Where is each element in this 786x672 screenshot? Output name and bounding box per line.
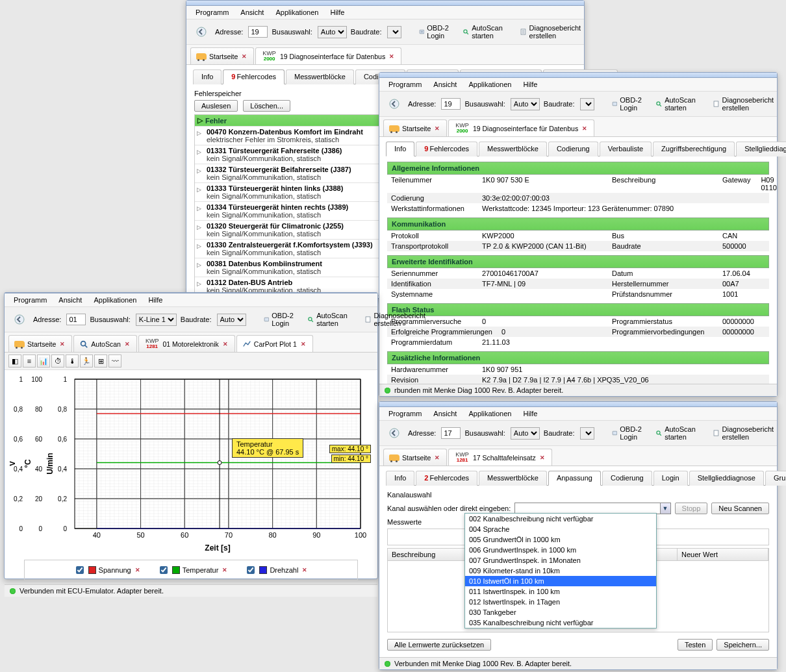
- speichern-button[interactable]: Speichern...: [716, 639, 769, 651]
- plot-tool-5[interactable]: 🌡: [66, 355, 79, 367]
- legend-temperatur[interactable]: Temperatur✕: [157, 564, 229, 576]
- doc-tab-startseite[interactable]: Startseite✕: [8, 335, 72, 352]
- doc-tab-diag[interactable]: KWP200019 Diagnoseinterface für Datenbus…: [448, 119, 594, 136]
- dropdown-option[interactable]: 012 IstwertInspek. in 1Tagen: [465, 597, 656, 607]
- close-icon[interactable]: ✕: [58, 340, 66, 348]
- tab-info[interactable]: Info: [193, 69, 222, 84]
- busauswahl-select[interactable]: Auto: [511, 98, 540, 110]
- menu-applikationen[interactable]: Applikationen: [463, 408, 516, 419]
- dropdown-option[interactable]: 007 GrundwertInspek. in 1Monaten: [465, 555, 656, 566]
- tab-messwertblocke[interactable]: Messwertblöcke: [479, 142, 547, 156]
- legend-checkbox[interactable]: [247, 566, 255, 574]
- dropdown-option[interactable]: 006 GrundwertInspek. in 1000 km: [465, 545, 656, 555]
- obd2-login-button[interactable]: OBD-2 Login: [259, 310, 299, 329]
- menu-ansicht[interactable]: Ansicht: [428, 79, 462, 90]
- back-button[interactable]: [385, 426, 404, 440]
- doc-tab-startseite[interactable]: Startseite ✕: [190, 47, 254, 64]
- tab-fehlercodes[interactable]: 9Fehlercodes: [416, 142, 477, 156]
- autoscan-button[interactable]: AutoScan starten: [651, 94, 704, 114]
- dropdown-option[interactable]: 030 Tankgeber: [465, 607, 656, 617]
- expand-icon[interactable]: ▷: [197, 243, 201, 249]
- loeschen-button[interactable]: Löschen...: [243, 100, 290, 112]
- tab-grundeinstellung[interactable]: Grundeinstellung: [765, 471, 786, 486]
- doc-tab-diag[interactable]: KWP2000 19 Diagnoseinterface für Datenbu…: [255, 47, 401, 64]
- menu-programm[interactable]: Programm: [383, 79, 427, 90]
- tab-info[interactable]: Info: [386, 142, 414, 156]
- plot-tool-4[interactable]: ⏱: [51, 355, 64, 367]
- tab-fehlercodes[interactable]: 2Fehlercodes: [416, 471, 477, 486]
- report-button[interactable]: Diagnosebericht erstellen: [515, 22, 589, 42]
- busauswahl-select[interactable]: Auto: [511, 427, 540, 440]
- adresse-input[interactable]: [441, 98, 461, 110]
- report-button[interactable]: Diagnosebericht erstellen: [708, 423, 782, 443]
- tab-messwertblocke[interactable]: Messwertblöcke: [479, 471, 547, 486]
- plot-tool-8[interactable]: 〰: [108, 355, 121, 367]
- menu-applikationen[interactable]: Applikationen: [88, 295, 142, 305]
- autoscan-button[interactable]: AutoScan starten: [303, 310, 356, 329]
- doc-tab-motor[interactable]: KWP128101 Motorelektronik✕: [138, 335, 235, 352]
- tab-stellglied[interactable]: Stellglieddiagnose: [689, 471, 764, 486]
- plot-tool-6[interactable]: 🏃: [80, 355, 93, 367]
- dropdown-option[interactable]: 009 Kilometer-stand in 10km: [465, 566, 656, 576]
- doc-tab-autoscan[interactable]: AutoScan✕: [73, 335, 137, 352]
- titlebar[interactable]: [186, 1, 584, 6]
- tab-codierung[interactable]: Codierung: [602, 471, 652, 486]
- doc-tab-startseite[interactable]: Startseite✕: [383, 119, 447, 136]
- menu-ansicht[interactable]: Ansicht: [235, 7, 269, 18]
- menu-programm[interactable]: Programm: [383, 408, 427, 419]
- chevron-down-icon[interactable]: ▼: [660, 503, 670, 514]
- tab-fehlercodes[interactable]: 9Fehlercodes: [223, 69, 285, 84]
- obd2-login-button[interactable]: OBD-2 Login: [414, 22, 455, 42]
- plot-area[interactable]: 40506070809010000,20,40,60,8102040608010…: [5, 370, 377, 556]
- auslesen-button[interactable]: Auslesen: [194, 100, 238, 112]
- expand-icon[interactable]: ▷: [197, 262, 201, 268]
- doc-tab-plot[interactable]: CarPort Plot 1✕: [236, 335, 313, 352]
- plot-tool-3[interactable]: 📊: [37, 355, 50, 367]
- expand-icon[interactable]: ▷: [197, 149, 201, 155]
- menu-applikationen[interactable]: Applikationen: [463, 79, 516, 90]
- titlebar[interactable]: [379, 73, 777, 78]
- titlebar[interactable]: [379, 402, 777, 407]
- menu-programm[interactable]: Programm: [8, 295, 52, 305]
- tab-anpassung[interactable]: Anpassung: [548, 471, 601, 486]
- kanal-input[interactable]: [515, 503, 659, 514]
- dropdown-option[interactable]: 010 IstwertÖl in 100 km: [465, 576, 656, 586]
- close-icon[interactable]: ✕: [388, 53, 396, 60]
- expand-icon[interactable]: ▷: [197, 280, 201, 287]
- busauswahl-select[interactable]: Auto: [318, 26, 347, 38]
- close-icon[interactable]: ✕: [240, 53, 248, 60]
- menu-ansicht[interactable]: Ansicht: [53, 295, 87, 305]
- tab-codierung[interactable]: Codierung: [548, 142, 598, 156]
- autoscan-button[interactable]: AutoScan starten: [458, 22, 511, 42]
- dropdown-option[interactable]: 002 Kanalbeschreibung nicht verfügbar: [465, 514, 656, 524]
- adresse-input[interactable]: [66, 314, 86, 325]
- close-icon[interactable]: ✕: [539, 454, 546, 462]
- plot-tool-7[interactable]: ⊞: [94, 355, 107, 367]
- dropdown-option[interactable]: 005 GrundwertÖl in 1000 km: [465, 534, 656, 545]
- reset-button[interactable]: Alle Lernwerte zurücksetzen: [387, 639, 491, 651]
- back-button[interactable]: [192, 25, 211, 39]
- tab-login[interactable]: Login: [653, 471, 688, 486]
- close-icon[interactable]: ✕: [134, 566, 142, 574]
- report-button[interactable]: Diagnosebericht erstellen: [708, 94, 782, 114]
- legend-drehzahl[interactable]: Drehzahl✕: [244, 564, 309, 576]
- expand-icon[interactable]: ▷: [197, 130, 201, 136]
- close-icon[interactable]: ✕: [301, 566, 309, 574]
- close-icon[interactable]: ✕: [433, 125, 441, 132]
- menu-hilfe[interactable]: Hilfe: [518, 79, 542, 90]
- legend-spannung[interactable]: Spannung✕: [73, 564, 142, 576]
- kanal-dropdown-list[interactable]: 002 Kanalbeschreibung nicht verfügbar004…: [464, 513, 657, 628]
- close-icon[interactable]: ✕: [221, 566, 229, 574]
- legend-checkbox[interactable]: [160, 566, 168, 574]
- close-icon[interactable]: ✕: [222, 340, 229, 348]
- plot-tool-1[interactable]: ◧: [8, 355, 21, 367]
- close-icon[interactable]: ✕: [581, 125, 589, 132]
- report-button[interactable]: Diagnosebericht erstellen: [360, 310, 434, 329]
- obd2-login-button[interactable]: OBD-2 Login: [607, 94, 648, 114]
- close-icon[interactable]: ✕: [123, 340, 131, 348]
- tab-messwertblocke[interactable]: Messwertblöcke: [286, 69, 354, 84]
- tab-info[interactable]: Info: [386, 471, 414, 486]
- baudrate-select[interactable]: [580, 98, 594, 110]
- menu-applikationen[interactable]: Applikationen: [270, 7, 323, 18]
- expand-icon[interactable]: ▷: [197, 224, 201, 230]
